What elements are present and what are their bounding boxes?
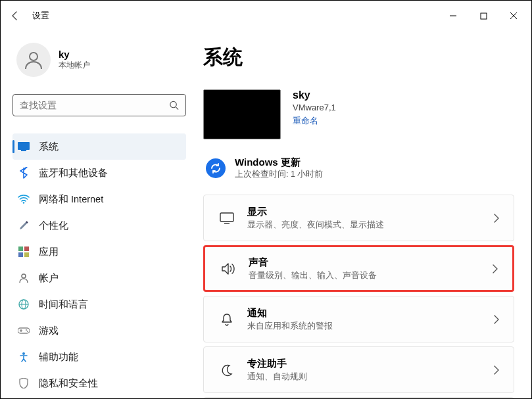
sync-icon xyxy=(206,158,226,178)
card-title: 声音 xyxy=(249,256,481,269)
card-focus-assist[interactable]: 专注助手 通知、自动规则 xyxy=(203,346,514,393)
nav-item-system[interactable]: 系统 xyxy=(12,133,186,160)
device-block: sky VMware7,1 重命名 xyxy=(203,89,514,139)
chevron-right-icon xyxy=(494,214,499,223)
nav-label: 应用 xyxy=(39,246,59,258)
profile-subtitle: 本地帐户 xyxy=(59,60,90,71)
profile-block[interactable]: ky 本地帐户 xyxy=(12,31,186,94)
maximize-button[interactable] xyxy=(468,5,498,26)
monitor-icon xyxy=(218,212,235,224)
update-title: Windows 更新 xyxy=(235,156,323,169)
nav-item-gaming[interactable]: 游戏 xyxy=(12,317,186,344)
svg-rect-10 xyxy=(18,252,23,257)
update-status: 上次检查时间: 1 小时前 xyxy=(235,169,323,180)
card-power[interactable]: 电源 xyxy=(203,397,514,398)
svg-point-7 xyxy=(23,202,25,204)
back-button[interactable] xyxy=(3,4,27,28)
nav-label: 时间和语言 xyxy=(39,298,88,311)
nav-item-privacy[interactable]: 隐私和安全性 xyxy=(12,370,186,396)
apps-icon xyxy=(18,246,30,258)
nav-label: 个性化 xyxy=(39,220,68,232)
search-input[interactable] xyxy=(20,100,163,110)
close-icon xyxy=(510,12,518,20)
minimize-button[interactable] xyxy=(438,5,468,26)
main-content: 系统 sky VMware7,1 重命名 Windows 更新 上次检查时间: … xyxy=(198,31,531,398)
nav-item-network[interactable]: 网络和 Internet xyxy=(12,186,186,212)
nav-item-apps[interactable]: 应用 xyxy=(12,239,186,265)
svg-point-3 xyxy=(170,101,176,107)
bell-icon xyxy=(218,313,235,326)
card-desc: 音量级别、输出、输入、声音设备 xyxy=(249,270,481,281)
globe-icon xyxy=(18,298,30,310)
svg-rect-8 xyxy=(18,246,23,251)
arrow-left-icon xyxy=(10,11,20,21)
svg-rect-11 xyxy=(24,252,29,257)
svg-point-20 xyxy=(27,331,28,332)
card-title: 专注助手 xyxy=(247,358,482,370)
titlebar: 设置 xyxy=(1,1,531,31)
svg-rect-22 xyxy=(220,213,233,222)
nav-list: 系统 蓝牙和其他设备 网络和 Internet 个性化 应用 xyxy=(12,133,186,396)
svg-line-4 xyxy=(176,107,178,110)
person-icon xyxy=(23,49,44,70)
nav-item-time-language[interactable]: 时间和语言 xyxy=(12,291,186,317)
card-desc: 显示器、亮度、夜间模式、显示描述 xyxy=(247,220,482,231)
svg-rect-1 xyxy=(481,13,487,19)
search-box[interactable] xyxy=(12,94,186,116)
card-title: 通知 xyxy=(247,307,482,319)
profile-name: ky xyxy=(59,49,90,60)
device-name: sky xyxy=(293,89,336,101)
shield-icon xyxy=(18,377,30,389)
sidebar: ky 本地帐户 系统 蓝牙和其他设备 xyxy=(1,31,198,398)
nav-item-accounts[interactable]: 帐户 xyxy=(12,265,186,291)
accessibility-icon xyxy=(18,351,30,363)
nav-item-bluetooth[interactable]: 蓝牙和其他设备 xyxy=(12,160,186,186)
gamepad-icon xyxy=(18,325,30,337)
settings-window: 设置 ky 本地帐户 xyxy=(0,0,532,399)
settings-card-list: 显示 显示器、亮度、夜间模式、显示描述 声音 音量级别、输出、输入、声音设备 xyxy=(203,195,514,398)
page-title: 系统 xyxy=(203,44,514,71)
nav-label: 系统 xyxy=(39,141,59,153)
brush-icon xyxy=(18,220,30,231)
card-title: 显示 xyxy=(247,206,482,218)
system-icon xyxy=(18,141,30,153)
bluetooth-icon xyxy=(18,167,30,179)
avatar xyxy=(16,43,51,77)
svg-rect-16 xyxy=(18,328,30,333)
moon-icon xyxy=(218,364,235,377)
svg-rect-5 xyxy=(18,142,30,150)
svg-point-12 xyxy=(22,274,26,278)
nav-item-personalization[interactable]: 个性化 xyxy=(12,212,186,239)
rename-link[interactable]: 重命名 xyxy=(293,115,336,127)
close-button[interactable] xyxy=(498,5,529,26)
card-sound[interactable]: 声音 音量级别、输出、输入、声音设备 xyxy=(203,245,514,292)
nav-label: 游戏 xyxy=(39,325,59,337)
card-display[interactable]: 显示 显示器、亮度、夜间模式、显示描述 xyxy=(203,195,514,241)
nav-label: 辅助功能 xyxy=(39,351,78,364)
svg-rect-9 xyxy=(24,246,29,251)
svg-rect-6 xyxy=(21,150,26,151)
nav-label: 网络和 Internet xyxy=(39,193,103,206)
chevron-right-icon xyxy=(493,264,498,273)
chevron-right-icon xyxy=(494,315,499,324)
svg-point-2 xyxy=(30,53,37,60)
chevron-right-icon xyxy=(494,365,499,375)
svg-point-19 xyxy=(26,329,27,331)
account-icon xyxy=(18,272,30,284)
minimize-icon xyxy=(449,12,457,20)
nav-label: 隐私和安全性 xyxy=(39,377,98,390)
nav-label: 帐户 xyxy=(39,272,59,285)
card-desc: 来自应用和系统的警报 xyxy=(247,321,482,332)
card-notifications[interactable]: 通知 来自应用和系统的警报 xyxy=(203,296,514,342)
card-desc: 通知、自动规则 xyxy=(247,371,482,383)
speaker-icon xyxy=(220,262,237,275)
device-model: VMware7,1 xyxy=(293,103,336,112)
nav-item-accessibility[interactable]: 辅助功能 xyxy=(12,344,186,370)
window-title: 设置 xyxy=(32,10,49,22)
device-thumbnail xyxy=(203,89,281,139)
windows-update-tile[interactable]: Windows 更新 上次检查时间: 1 小时前 xyxy=(203,151,514,195)
nav-label: 蓝牙和其他设备 xyxy=(39,167,108,179)
maximize-icon xyxy=(480,12,487,20)
wifi-icon xyxy=(18,193,30,205)
search-icon xyxy=(169,101,179,110)
